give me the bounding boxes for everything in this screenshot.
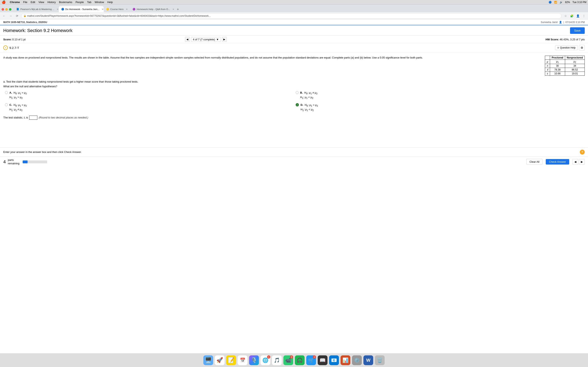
data-table: Proctored Nonproctored μ μ1 μ2 n 30 34 x… [545, 56, 585, 76]
main-content: Proctored Nonproctored μ μ1 μ2 n 30 34 x… [0, 52, 588, 120]
option-b-content: B. H0: μ1 ≠ μ2 H1: μ1 < μ2 [300, 91, 318, 100]
url-bar[interactable]: 🔒 mathxl.com/Student/PlayerHomework.aspx… [21, 13, 562, 18]
apple-menu[interactable]: 🍎 [2, 0, 6, 4]
forward-button[interactable]: → [8, 13, 13, 18]
maximize-window-button[interactable] [9, 8, 11, 11]
menubar-tab[interactable]: Tab [87, 1, 91, 4]
tab-favicon-pearson: 📘 [16, 8, 19, 11]
parts-label: partsremaining [8, 158, 19, 165]
help-lines-icon: ≡ [557, 46, 559, 49]
option-a-radio[interactable] [5, 91, 8, 94]
hw-score: HW Score: 46.43%, 3.25 of 7 pts [545, 38, 585, 41]
tab-close-homework[interactable]: ✕ [101, 8, 104, 10]
test-stat-row: The test statistic, t, is (Round to two … [3, 116, 585, 120]
help-circle-button[interactable]: ? [580, 150, 585, 155]
table-cell-n1: 30 [550, 64, 565, 68]
table-cell-x-label: x̄ [545, 68, 550, 72]
back-button[interactable]: ← [2, 13, 7, 18]
question-help-button[interactable]: ≡ Question Help [555, 45, 578, 50]
menubar-bookmarks[interactable]: Bookmarks [59, 1, 72, 4]
tab-favicon-hwhelp: 🟣 [132, 8, 135, 11]
tab-hwhelp[interactable]: 🟣 Homework Help - Q&A from O... ✕ [130, 6, 175, 12]
profile-button[interactable]: 👤 [575, 13, 580, 18]
question-status-icon [3, 45, 8, 50]
table-row-x: x̄ 78.38 86.52 [545, 68, 585, 72]
menubar-file[interactable]: File [23, 1, 27, 4]
table-cell-mu1: μ1 [550, 60, 565, 64]
clear-all-button[interactable]: Clear All [526, 159, 542, 165]
parts-number: 4 [3, 159, 6, 165]
table-cell-n2: 34 [565, 64, 585, 68]
close-window-button[interactable] [2, 8, 4, 11]
tab-label-homework: Do Homework - Sumeeha Jam... [65, 8, 99, 10]
test-stat-input[interactable] [29, 116, 37, 120]
menubar-chrome[interactable]: Chrome [10, 1, 20, 4]
save-button[interactable]: Save [570, 27, 585, 34]
option-a-content: A. H0: μ1 = μ2 H1: μ1 > μ2 [9, 91, 27, 100]
tab-close-hwhelp[interactable]: ✕ [171, 8, 174, 10]
prev-question-button[interactable]: ◀ [185, 37, 190, 42]
menubar-help[interactable]: Help [107, 1, 113, 4]
tabs-bar: 📘 Pearson's MyLab & Mastering ... ✕ 🔵 Do… [14, 6, 586, 12]
lock-icon: 🔒 [24, 15, 26, 17]
menubar-window[interactable]: Window [95, 1, 104, 4]
table-header-nonproctored: Nonproctored [565, 56, 585, 60]
table-cell-s-label: s [545, 72, 550, 76]
table-cell-x1: 78.38 [550, 68, 565, 72]
content-spacer [0, 123, 588, 147]
tab-coursehero[interactable]: 🟡 Course Hero ✕ [104, 6, 130, 12]
table-cell-s2: 19.01 [565, 72, 585, 76]
option-a[interactable]: A. H0: μ1 = μ2 H1: μ1 > μ2 [3, 90, 294, 100]
next-question-button[interactable]: ▶ [222, 37, 227, 42]
test-stat-hint: (Round to two decimal places as needed.) [39, 116, 88, 119]
refresh-button[interactable]: ⟳ [15, 13, 20, 18]
settings-button[interactable]: ⚙ [579, 45, 585, 50]
url-text: mathxl.com/Student/PlayerHomework.aspx?h… [27, 15, 559, 17]
check-answer-button[interactable]: Check Answer [546, 159, 569, 165]
table-row-n: n 30 34 [545, 64, 585, 68]
progress-bar-fill [23, 160, 27, 163]
bottom-prev-button[interactable]: ◀ [572, 159, 578, 165]
option-d[interactable]: ✓ D. H0: μ1 = μ2 H1: μ1 < μ2 [294, 102, 585, 113]
table-header-proctored: Proctored [550, 56, 565, 60]
option-d-content: D. H0: μ1 = μ2 H1: μ1 < μ2 [301, 103, 318, 112]
date-display: 07/14/20 3:10 PM [565, 21, 585, 24]
addressbar: ← → ⟳ 🔒 mathxl.com/Student/PlayerHomewor… [0, 12, 588, 20]
tab-favicon-coursehero: 🟡 [106, 8, 109, 11]
bookmark-star-button[interactable]: ☆ [563, 13, 568, 18]
table-cell-n-label: n [545, 64, 550, 68]
option-b[interactable]: B. H0: μ1 ≠ μ2 H1: μ1 < μ2 [294, 90, 585, 100]
question-selector[interactable]: 4 of 7 (7 complete) ▼ [191, 37, 221, 42]
menu-button[interactable]: ⋮ [581, 13, 586, 18]
bottom-next-button[interactable]: ▶ [579, 159, 585, 165]
instruction-text: Enter your answer in the answer box and … [3, 150, 82, 154]
tab-pearson[interactable]: 📘 Pearson's MyLab & Mastering ... ✕ [14, 6, 59, 12]
window-controls [2, 8, 11, 12]
question-id-label: 9.2.7-T [9, 46, 19, 50]
menubar-people[interactable]: People [76, 1, 84, 4]
option-b-radio[interactable] [296, 91, 298, 94]
hypothesis-options: A. H0: μ1 = μ2 H1: μ1 > μ2 B. H0: μ1 ≠ μ… [3, 90, 585, 113]
extension-button[interactable]: 🧩 [569, 13, 574, 18]
tab-favicon-homework: 🔵 [61, 8, 64, 11]
test-stat-text: The test statistic, t, is [3, 116, 28, 119]
parts-bar: 4 partsremaining Clear All Check Answer … [0, 157, 588, 167]
parts-remaining-info: 4 partsremaining [3, 158, 19, 165]
volume-icon: 🔊 [560, 1, 563, 4]
question-selector-text: 4 of 7 (7 complete) [193, 38, 215, 41]
wifi-icon: 📶 [554, 1, 557, 4]
user-info: Sumeeha Jamil 👤 | 07/14/20 3:10 PM [541, 21, 585, 24]
course-name: MATH 1635-NET10, Statistics, 2020SU [3, 21, 47, 24]
tab-homework[interactable]: 🔵 Do Homework - Sumeeha Jam... ✕ [59, 6, 104, 12]
menubar-view[interactable]: View [38, 1, 44, 4]
option-c-radio[interactable] [5, 103, 8, 106]
menubar-edit[interactable]: Edit [31, 1, 35, 4]
tab-label-coursehero: Course Hero [110, 8, 123, 10]
tab-close-pearson[interactable]: ✕ [56, 8, 58, 10]
new-tab-button[interactable]: + [175, 7, 181, 12]
minimize-window-button[interactable] [5, 8, 8, 11]
tab-close-coursehero[interactable]: ✕ [125, 8, 128, 10]
menubar-history[interactable]: History [47, 1, 56, 4]
option-c[interactable]: C. H0: μ1 = μ2 H1: μ1 ≠ μ2 [3, 102, 294, 113]
hypothesis-question: What are the null and alternative hypoth… [3, 85, 585, 88]
